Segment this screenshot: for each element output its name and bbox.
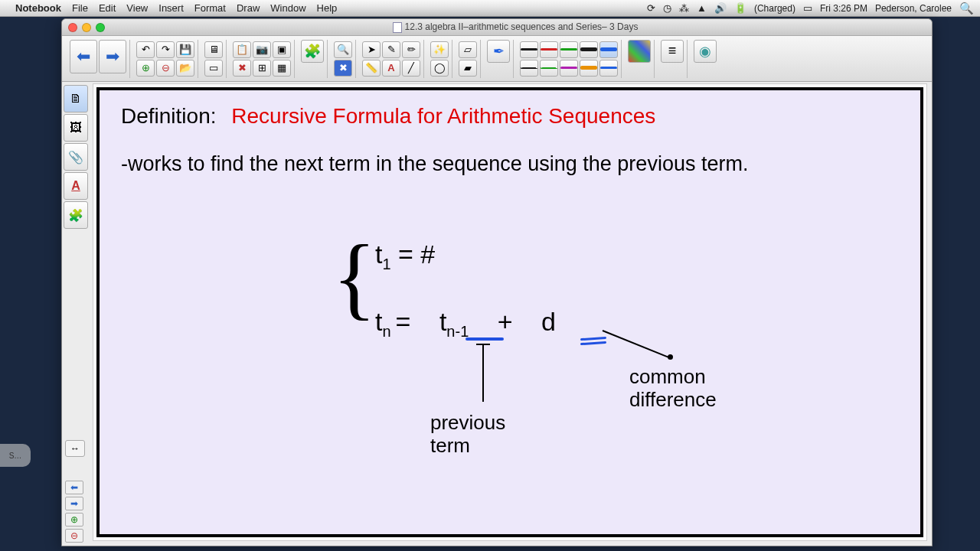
- pen-style-5[interactable]: [599, 41, 618, 58]
- window-title: 12.3 algebra II–arithmetic sequences and…: [105, 21, 926, 33]
- menu-edit[interactable]: Edit: [99, 2, 116, 14]
- plus-sign: +: [498, 307, 513, 336]
- gallery-button[interactable]: 🔍: [334, 41, 352, 58]
- file-group: ↶ ↷ 💾 ⊕ ⊖ 📂: [133, 40, 198, 78]
- toolbar: ⬅ ➡ ↶ ↷ 💾 ⊕ ⊖ 📂 🖥 ▭ 📋 📷 ▣: [62, 36, 932, 82]
- line-tool-button[interactable]: ╱: [402, 60, 420, 77]
- menu-insert[interactable]: Insert: [158, 2, 184, 14]
- pen-style-7[interactable]: [540, 60, 558, 77]
- pen-style-9[interactable]: [580, 60, 598, 77]
- add-page-button[interactable]: ⊕: [136, 60, 155, 77]
- screen-shade-button[interactable]: ▭: [204, 60, 223, 77]
- menu-window[interactable]: Window: [270, 2, 305, 14]
- zoom-window-button[interactable]: [96, 23, 105, 32]
- redo-button[interactable]: ↷: [156, 41, 175, 58]
- mini-next-button[interactable]: ➡: [65, 497, 83, 510]
- close-window-button[interactable]: [68, 23, 77, 32]
- dock-peek[interactable]: S…: [0, 444, 31, 467]
- ruler-button[interactable]: 📏: [362, 60, 381, 77]
- window-controls: [68, 23, 105, 32]
- save-button[interactable]: 💾: [176, 41, 194, 58]
- clock-icon[interactable]: ◷: [663, 2, 671, 14]
- menu-draw[interactable]: Draw: [237, 2, 260, 14]
- clipboard-group: 📋 📷 ▣ ✖ ⊞ ▦: [230, 40, 295, 78]
- mac-menubar: Notebook File Edit View Insert Format Dr…: [0, 0, 980, 17]
- record-group: ◉: [691, 40, 720, 78]
- pen-style-8[interactable]: [560, 60, 578, 77]
- document-icon: [393, 22, 402, 33]
- menubar-user[interactable]: Pederson, Carolee: [875, 3, 952, 14]
- pen-styles-group: [517, 40, 622, 78]
- insert-table-button[interactable]: ⊞: [253, 60, 271, 77]
- menubar-clock[interactable]: Fri 3:26 PM: [820, 3, 867, 14]
- magic-pen-button[interactable]: ✨: [430, 41, 449, 58]
- slide-content: Definition: Recursive Formula for Arithm…: [96, 87, 923, 537]
- expand-panel-button[interactable]: ↔: [65, 440, 85, 457]
- eraser-button[interactable]: ▱: [459, 41, 477, 58]
- battery-icon[interactable]: 🔋: [734, 2, 746, 14]
- bluetooth-icon[interactable]: ⁂: [679, 2, 689, 14]
- tn-1-term: tn-1: [439, 307, 469, 341]
- arrow-line-prev: [482, 344, 484, 402]
- next-page-button[interactable]: ➡: [99, 40, 126, 73]
- app-menu[interactable]: Notebook: [15, 2, 61, 14]
- pen-tool-button[interactable]: ✎: [382, 41, 400, 58]
- open-button[interactable]: 📂: [176, 60, 194, 77]
- select-tool-button[interactable]: ➤: [362, 41, 381, 58]
- notebook-window: 12.3 algebra II–arithmetic sequences and…: [61, 18, 933, 546]
- menu-file[interactable]: File: [72, 2, 88, 14]
- mini-add-page-button[interactable]: ⊕: [65, 513, 83, 527]
- pen-style-4[interactable]: [580, 41, 598, 58]
- active-pen-button[interactable]: ✒: [487, 40, 510, 63]
- d-term: d: [541, 307, 556, 336]
- menu-help[interactable]: Help: [317, 2, 338, 14]
- camera-button[interactable]: 📷: [253, 41, 271, 58]
- page-sorter-tab[interactable]: 🗎: [64, 85, 88, 112]
- active-pen-group: ✒: [484, 40, 514, 78]
- smart-response-button[interactable]: 🧩: [301, 40, 324, 63]
- definition-line: Definition: Recursive Formula for Arithm…: [121, 104, 899, 129]
- pen-style-6[interactable]: [520, 60, 538, 77]
- close-tool-button[interactable]: ✖: [334, 60, 352, 77]
- paste-button[interactable]: 📋: [233, 41, 251, 58]
- pen-style-3[interactable]: [560, 41, 578, 58]
- mini-prev-button[interactable]: ⬅: [65, 481, 83, 494]
- color-picker-button[interactable]: [628, 40, 651, 63]
- attachments-tab[interactable]: 📎: [64, 143, 88, 171]
- slide-canvas[interactable]: Definition: Recursive Formula for Arithm…: [93, 83, 927, 541]
- pen-style-1[interactable]: [520, 41, 538, 58]
- undo-button[interactable]: ↶: [136, 41, 155, 58]
- fill-button[interactable]: ▰: [459, 60, 477, 77]
- line-properties-button[interactable]: ≡: [661, 40, 684, 63]
- definition-label: Definition:: [121, 104, 217, 128]
- properties-tab[interactable]: A: [64, 172, 88, 200]
- prev-page-button[interactable]: ⬅: [70, 40, 97, 73]
- volume-icon[interactable]: 🔊: [714, 2, 727, 14]
- window-titlebar[interactable]: 12.3 algebra II–arithmetic sequences and…: [62, 19, 932, 36]
- spotlight-icon[interactable]: 🔍: [959, 2, 974, 15]
- delete-button[interactable]: ✖: [233, 60, 251, 77]
- screen-capture-button[interactable]: 🖥: [204, 41, 223, 58]
- wifi-icon[interactable]: ▲: [697, 2, 707, 14]
- document-camera-button[interactable]: ▣: [273, 41, 291, 58]
- response-group: 🧩: [298, 40, 328, 78]
- tn1-sub: n-1: [446, 323, 469, 340]
- shape-recognition-button[interactable]: ◯: [430, 60, 449, 77]
- menu-view[interactable]: View: [126, 2, 148, 14]
- display-icon[interactable]: ▭: [803, 2, 812, 14]
- brace-icon: {: [332, 232, 377, 324]
- sync-icon[interactable]: ⟳: [647, 2, 655, 14]
- gallery-tab[interactable]: 🖼: [64, 114, 88, 142]
- pen-style-10[interactable]: [599, 60, 618, 77]
- creative-pen-button[interactable]: ✏: [402, 41, 420, 58]
- minimize-window-button[interactable]: [82, 23, 91, 32]
- menu-format[interactable]: Format: [194, 2, 226, 14]
- pen-style-2[interactable]: [540, 41, 558, 58]
- record-button[interactable]: ◉: [694, 40, 717, 63]
- delete-page-button[interactable]: ⊖: [156, 60, 175, 77]
- insert-grid-button[interactable]: ▦: [273, 60, 291, 77]
- text-tool-button[interactable]: A: [382, 60, 400, 77]
- addons-tab[interactable]: 🧩: [64, 201, 88, 229]
- mini-delete-page-button[interactable]: ⊖: [65, 529, 83, 543]
- nav-group: ⬅ ➡: [67, 40, 130, 78]
